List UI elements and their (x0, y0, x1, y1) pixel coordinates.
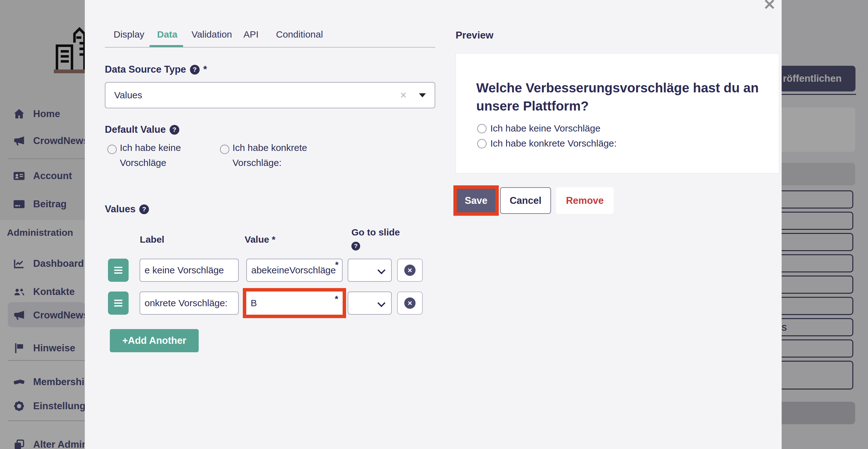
help-icon[interactable]: ? (190, 65, 199, 74)
edit-component-modal: ✕ Display Data Validation API Conditiona… (85, 0, 782, 449)
chevron-down-icon (377, 299, 385, 307)
preview-radio-konkrete[interactable] (477, 139, 487, 148)
preview-question: Welche Verbesserungsvorschläge hast du a… (476, 79, 764, 115)
required-asterisk: * (335, 294, 338, 304)
highlighted-field-outline: * (243, 288, 346, 318)
column-header-goto-slide: Go to slide ? (351, 226, 401, 251)
radio-label[interactable]: Ich habe konkrete Vorschläge: (232, 140, 330, 170)
tabs-divider (105, 47, 435, 48)
data-source-type-value: Values (114, 90, 143, 100)
drag-handle[interactable] (108, 259, 129, 282)
row1-remove-button[interactable]: ✕ (397, 259, 423, 282)
dropdown-caret-icon (419, 93, 426, 97)
data-source-type-label-row: Data Source Type ? * (105, 64, 207, 75)
modal-backdrop-left (0, 0, 85, 449)
tab-conditional[interactable]: Conditional (276, 29, 323, 40)
row1-label-input[interactable] (140, 259, 239, 282)
drag-handle-icon (114, 300, 122, 306)
goto-slide-text: Go to slide (351, 227, 400, 237)
drag-handle[interactable] (108, 292, 129, 315)
values-label: Values (105, 204, 135, 215)
save-button[interactable]: Save (457, 189, 495, 212)
help-icon[interactable]: ? (351, 242, 360, 250)
remove-circle-icon: ✕ (404, 297, 415, 309)
drag-handle-icon (114, 267, 122, 274)
save-button-highlight-outline: Save (454, 185, 499, 216)
preview-title: Preview (456, 29, 493, 41)
row1-goto-slide-select[interactable] (348, 259, 392, 282)
close-icon[interactable]: ✕ (763, 0, 776, 13)
required-asterisk: * (335, 260, 339, 270)
values-label-row: Values ? (105, 204, 149, 215)
row1-value-input[interactable] (246, 259, 343, 282)
modal-backdrop-right (782, 0, 868, 449)
chevron-down-icon (377, 266, 385, 274)
row2-remove-button[interactable]: ✕ (397, 292, 423, 315)
default-value-label-row: Default Value ? (105, 124, 179, 135)
remove-button[interactable]: Remove (556, 187, 614, 214)
help-icon[interactable]: ? (169, 125, 179, 134)
help-icon[interactable]: ? (139, 205, 149, 214)
row2-label-input[interactable] (140, 292, 239, 315)
column-header-label: Label (132, 234, 173, 245)
tab-data[interactable]: Data (157, 29, 178, 40)
clear-selection-icon[interactable]: ✕ (400, 90, 407, 100)
preview-radio-label[interactable]: Ich habe keine Vorschläge (490, 121, 600, 136)
add-another-button[interactable]: +Add Another (110, 329, 199, 352)
row2-value-input[interactable] (246, 292, 343, 315)
screen: Home CrowdNews Account Beitrag Administr… (0, 0, 868, 449)
cancel-button[interactable]: Cancel (500, 187, 551, 214)
remove-circle-icon: ✕ (404, 265, 415, 276)
data-source-type-label: Data Source Type (105, 64, 186, 75)
data-source-type-select[interactable]: Values ✕ (105, 82, 435, 108)
tab-validation[interactable]: Validation (191, 29, 232, 40)
required-asterisk: * (204, 64, 207, 75)
row2-goto-slide-select[interactable] (348, 292, 392, 315)
default-value-label: Default Value (105, 124, 166, 135)
preview-radio-keine[interactable] (477, 124, 487, 133)
tab-api[interactable]: API (243, 29, 258, 40)
tab-display[interactable]: Display (114, 29, 144, 40)
column-header-value: Value * (232, 234, 288, 245)
radio-label[interactable]: Ich habe keine Vorschläge (120, 140, 198, 170)
default-value-radio-konkrete[interactable] (220, 145, 229, 154)
preview-radio-label[interactable]: Ich habe konkrete Vorschläge: (490, 136, 617, 151)
default-value-radio-keine[interactable] (107, 145, 117, 154)
